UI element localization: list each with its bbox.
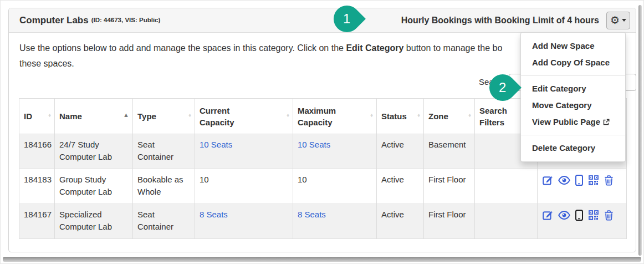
- cell-name: Group Study Computer Lab: [55, 169, 133, 204]
- menu-divider: [521, 75, 625, 76]
- menu-item-add-copy-of-space[interactable]: Add Copy Of Space: [521, 54, 625, 71]
- column-header-type[interactable]: Type ♦: [133, 99, 195, 134]
- intro-before: Use the options below to add and manage …: [19, 43, 346, 53]
- category-meta: (ID: 44673, VIS: Public): [91, 17, 161, 23]
- cell-id: 184183: [19, 169, 55, 204]
- qr-code-icon[interactable]: [588, 210, 599, 221]
- edit-space-icon[interactable]: [542, 210, 553, 221]
- menu-item-delete-category[interactable]: Delete Category: [521, 140, 625, 156]
- column-header-status[interactable]: Status ♦: [377, 99, 424, 134]
- column-header-zone[interactable]: Zone ♦: [424, 99, 475, 134]
- cell-current-capacity: 8 Seats: [195, 204, 293, 239]
- delete-space-icon[interactable]: [604, 175, 614, 186]
- cell-type: Seat Container: [133, 134, 195, 169]
- cell-actions: [538, 204, 627, 239]
- screenshot-frame: Computer Labs (ID: 44673, VIS: Public) H…: [0, 0, 644, 264]
- table-row: 184183 Group Study Computer Lab Bookable…: [19, 169, 627, 204]
- capacity-link[interactable]: 10 Seats: [298, 140, 330, 149]
- sort-asc-icon: ▲: [123, 111, 129, 118]
- cell-type: Seat Container: [133, 204, 195, 239]
- menu-item-view-public-page[interactable]: View Public Page: [521, 114, 625, 130]
- panel-heading: Computer Labs (ID: 44673, VIS: Public) H…: [9, 8, 636, 33]
- view-space-icon[interactable]: [558, 176, 570, 185]
- column-header-maximum-capacity[interactable]: Maximum Capacity ♦: [293, 99, 377, 134]
- cell-id: 184167: [19, 204, 55, 239]
- menu-item-add-new-space[interactable]: Add New Space: [521, 38, 625, 54]
- intro-after: button to manage the bo: [403, 43, 502, 53]
- annotation-step-1-number: 1: [343, 12, 350, 26]
- edit-space-icon[interactable]: [542, 175, 553, 186]
- cell-name: 24/7 Study Computer Lab: [55, 134, 133, 169]
- intro-line2: these spaces.: [19, 56, 502, 72]
- cell-type: Bookable as Whole: [133, 169, 195, 204]
- column-header-id[interactable]: ID ♦: [19, 99, 55, 134]
- column-header-current-capacity[interactable]: Current Capacity ♦: [195, 99, 293, 134]
- cell-search-filters: [475, 204, 538, 239]
- table-row: 184167 Specialized Computer Lab Seat Con…: [19, 204, 627, 239]
- column-header-name[interactable]: Name ▲: [55, 99, 133, 134]
- cell-actions: [538, 169, 627, 204]
- cell-status: Active: [377, 169, 424, 204]
- intro-bold-edit-category: Edit Category: [346, 43, 403, 53]
- menu-item-move-category[interactable]: Move Category: [521, 97, 625, 114]
- cell-name: Specialized Computer Lab: [55, 204, 133, 239]
- sort-icon: ♦: [468, 112, 471, 118]
- capacity-link[interactable]: 8 Seats: [200, 210, 228, 219]
- menu-item-edit-category[interactable]: Edit Category: [521, 80, 625, 97]
- annotation-step-2-number: 2: [499, 81, 506, 94]
- cell-status: Active: [377, 204, 424, 239]
- capacity-link[interactable]: 10 Seats: [200, 140, 232, 149]
- external-link-icon: [603, 116, 610, 129]
- cell-current-capacity: 10: [195, 169, 293, 204]
- window-edge-shadow-right: [638, 5, 642, 256]
- intro-text: Use the options below to add and manage …: [19, 40, 502, 72]
- sort-icon: ♦: [48, 112, 51, 118]
- device-icon[interactable]: [575, 210, 583, 221]
- cell-maximum-capacity: 10 Seats: [293, 134, 377, 169]
- caret-down-icon: [622, 19, 626, 22]
- gear-icon: ⚙: [610, 15, 620, 26]
- sort-icon: ♦: [370, 112, 373, 118]
- device-icon[interactable]: [575, 175, 583, 186]
- window-edge-shadow-bottom: [3, 257, 641, 262]
- sort-icon: ♦: [287, 112, 289, 118]
- cell-zone: First Floor: [424, 169, 475, 204]
- menu-divider: [521, 135, 625, 135]
- view-space-icon[interactable]: [558, 211, 570, 220]
- cell-zone: Basement: [424, 134, 475, 169]
- sort-icon: ♦: [417, 112, 420, 118]
- cell-maximum-capacity: 10: [293, 169, 377, 204]
- capacity-link[interactable]: 8 Seats: [298, 210, 326, 219]
- qr-code-icon[interactable]: [588, 175, 599, 186]
- booking-limit-note: Hourly Bookings with Booking Limit of 4 …: [401, 16, 599, 26]
- cell-current-capacity: 10 Seats: [195, 134, 293, 169]
- cell-search-filters: [475, 169, 538, 204]
- delete-space-icon[interactable]: [604, 210, 614, 221]
- cell-id: 184166: [19, 134, 55, 169]
- cell-zone: First Floor: [424, 204, 475, 239]
- sort-icon: ♦: [188, 112, 191, 118]
- gear-dropdown-menu: Add New Space Add Copy Of Space Edit Cat…: [520, 32, 626, 162]
- cell-maximum-capacity: 8 Seats: [293, 204, 377, 239]
- category-title: Computer Labs: [19, 15, 89, 26]
- cell-status: Active: [377, 134, 424, 169]
- gear-menu-button[interactable]: ⚙: [606, 12, 630, 29]
